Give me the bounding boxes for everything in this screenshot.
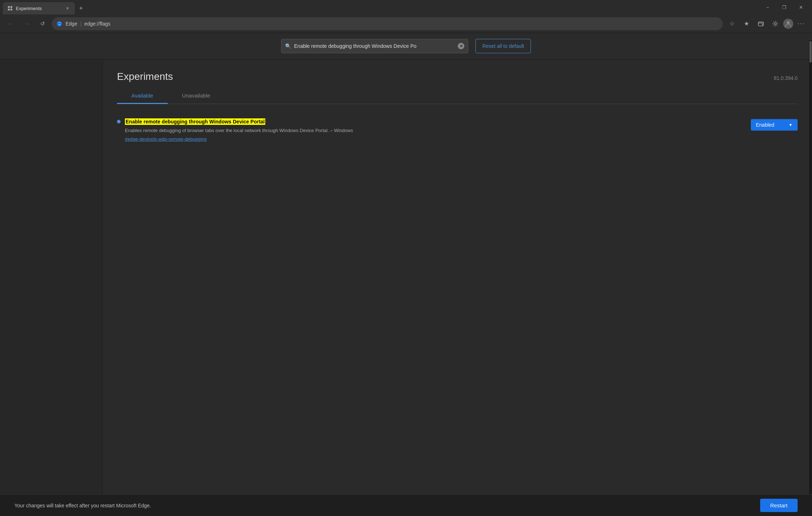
window-controls: − ❐ ✕ [759,0,809,14]
flag-description: Enables remote debugging of browser tabs… [125,127,746,134]
search-icon: 🔍 [285,43,291,49]
wallet-button[interactable] [754,17,767,30]
svg-point-6 [774,23,776,25]
scrollbar-track[interactable] [809,40,812,494]
restart-button[interactable]: Restart [760,499,798,512]
flag-enabled-dropdown[interactable]: Enabled ▼ [751,119,798,131]
search-bar-area: 🔍 Enable remote debugging through Window… [0,33,812,59]
toolbar-icons: ☆ ★ ··· [726,17,808,30]
favorites-button[interactable]: ☆ [726,17,739,30]
search-box[interactable]: 🔍 Enable remote debugging through Window… [281,39,468,53]
page-header: Experiments 81.0.394.0 [117,59,798,88]
profile-avatar[interactable] [783,19,793,29]
svg-rect-1 [10,6,12,8]
minimize-button[interactable]: − [759,0,776,14]
main-layout: Experiments 81.0.394.0 Available Unavail… [0,59,812,495]
flag-content: Enable remote debugging through Windows … [125,118,746,142]
address-text: edge://flags [84,21,718,27]
flag-status-label: Enabled [756,122,774,128]
new-tab-button[interactable]: + [75,2,87,14]
tabs-row: Available Unavailable [117,88,798,104]
collections-button[interactable]: ★ [740,17,753,30]
forward-button[interactable]: → [20,17,33,30]
flag-control[interactable]: Enabled ▼ [751,119,798,131]
svg-rect-4 [758,22,763,26]
close-window-button[interactable]: ✕ [793,0,809,14]
flag-link[interactable]: #edge-devtools-wdp-remote-debugging [125,136,746,142]
tab-close-button[interactable]: ✕ [64,5,71,12]
svg-point-7 [787,21,790,24]
flag-title: Enable remote debugging through Windows … [125,118,746,125]
menu-button[interactable]: ··· [795,17,808,30]
active-tab[interactable]: Experiments ✕ [3,2,75,14]
tab-available[interactable]: Available [117,88,168,104]
svg-rect-2 [8,9,10,10]
version-text: 81.0.394.0 [774,75,798,81]
reset-all-button[interactable]: Reset all to default [475,39,531,53]
page-title: Experiments [117,71,173,82]
bottom-bar: Your changes will take effect after you … [0,494,812,516]
title-bar: Experiments ✕ + − ❐ ✕ [0,0,812,14]
svg-point-5 [762,24,763,25]
tab-area: Experiments ✕ + [3,0,759,14]
flag-item: Enable remote debugging through Windows … [117,113,798,148]
tab-unavailable[interactable]: Unavailable [168,88,225,104]
svg-rect-0 [8,6,10,8]
tab-favicon [7,5,13,11]
restart-notice: Your changes will take effect after you … [14,503,151,508]
restore-button[interactable]: ❐ [776,0,793,14]
search-input[interactable]: Enable remote debugging through Windows … [294,43,455,49]
dropdown-arrow-icon: ▼ [789,123,793,127]
sidebar [0,59,103,495]
address-bar[interactable]: Edge | edge://flags [52,17,723,30]
refresh-button[interactable]: ↺ [36,17,49,30]
navigation-bar: ← → ↺ Edge | edge://flags ☆ ★ [0,14,812,33]
search-clear-button[interactable]: ✕ [458,43,464,49]
flag-title-text: Enable remote debugging through Windows … [125,118,265,125]
flag-indicator-dot [117,120,121,123]
browser-tools-button[interactable] [769,17,782,30]
svg-rect-3 [10,9,12,10]
browser-name-label: Edge [66,21,77,27]
scrollbar-thumb[interactable] [809,41,812,63]
edge-logo-icon [56,21,63,27]
back-button[interactable]: ← [4,17,17,30]
address-separator: | [80,21,82,27]
tab-title-text: Experiments [16,6,61,11]
content-area: Experiments 81.0.394.0 Available Unavail… [103,59,812,495]
